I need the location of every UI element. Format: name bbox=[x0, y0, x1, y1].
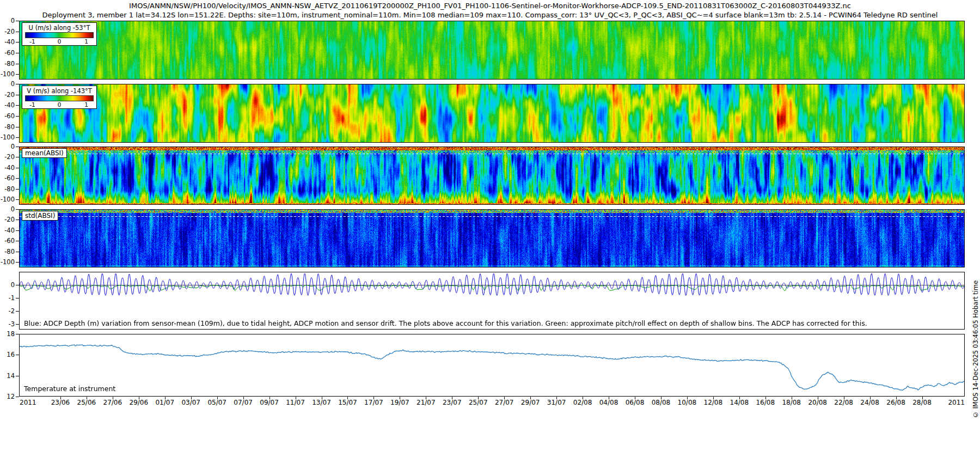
v-velocity-legend-label: V (m/s) along -143°T bbox=[25, 87, 94, 95]
u-velocity-colorbar-ticks: -101 bbox=[26, 38, 93, 45]
y-tick-label: -20 bbox=[0, 154, 15, 160]
v-velocity-heatmap bbox=[20, 84, 964, 142]
std-absi-heatmap bbox=[20, 210, 964, 267]
y-tick-label: -100 bbox=[0, 71, 15, 77]
y-tick-label: -20 bbox=[0, 92, 15, 98]
y-tick-label: -1 bbox=[0, 295, 15, 301]
y-tick-label: -60 bbox=[0, 175, 15, 181]
y-tick-label: -3 bbox=[0, 321, 15, 327]
y-tick-label: 0 bbox=[0, 143, 15, 150]
y-tick-label: -100 bbox=[0, 259, 15, 265]
y-tick-label: -40 bbox=[0, 102, 15, 108]
y-tick-label: -80 bbox=[0, 186, 15, 192]
figure-subtitle: Deployment 3, member 1 lat=34.12S lon=15… bbox=[0, 11, 980, 19]
figure: IMOS/ANMN/NSW/PH100/Velocity/IMOS_ANMN-N… bbox=[0, 0, 980, 463]
y-tick-label: -100 bbox=[0, 196, 15, 203]
y-tick-label: -60 bbox=[0, 237, 15, 244]
colorbar-tick-label: 0 bbox=[58, 38, 62, 45]
y-tick-label: -80 bbox=[0, 248, 15, 255]
y-tick-label: -100 bbox=[0, 134, 15, 141]
imos-watermark: © IMOS 14-Dec-2025 03:46:05 Hobart time bbox=[972, 249, 979, 418]
y-tick-label: 12 bbox=[0, 393, 15, 400]
mean-absi-heatmap bbox=[20, 147, 964, 204]
y-tick-label: -60 bbox=[0, 113, 15, 119]
u-velocity-colorbar bbox=[25, 32, 94, 38]
mean-absi-label: mean(ABSI) bbox=[22, 148, 67, 158]
x-tick-label: 28/08 bbox=[907, 399, 938, 406]
colorbar-tick-label: 1 bbox=[84, 101, 88, 108]
colorbar-tick-label: 1 bbox=[84, 38, 88, 45]
panel-u-velocity: U (m/s) along -53°T -101 bbox=[19, 21, 965, 80]
v-velocity-legend: V (m/s) along -143°T -101 bbox=[22, 86, 97, 109]
y-tick-label: -40 bbox=[0, 227, 15, 234]
y-tick-label: 0 bbox=[0, 81, 15, 87]
y-tick-label: -2 bbox=[0, 308, 15, 314]
y-tick-label: -80 bbox=[0, 60, 15, 67]
depth-variation-caption: Blue: ADCP Depth (m) variation from sens… bbox=[24, 319, 867, 327]
panel-std-absi: std(ABSI) bbox=[19, 209, 965, 267]
u-velocity-heatmap bbox=[20, 21, 964, 79]
colorbar-tick-label: -1 bbox=[29, 38, 35, 45]
y-tick-label: 16 bbox=[0, 351, 15, 358]
y-tick-label: 0 bbox=[0, 206, 15, 212]
v-velocity-colorbar-ticks: -101 bbox=[26, 101, 93, 108]
y-tick-label: -40 bbox=[0, 165, 15, 171]
y-tick-label: 14 bbox=[0, 373, 15, 379]
u-velocity-legend-label: U (m/s) along -53°T bbox=[25, 24, 94, 32]
colorbar-tick-label: 0 bbox=[58, 101, 62, 108]
y-tick-label: -20 bbox=[0, 28, 15, 35]
temperature-line-chart bbox=[20, 334, 964, 396]
panel-temperature: Temperature at instrument bbox=[19, 334, 965, 397]
y-tick-label: 0 bbox=[0, 282, 15, 288]
panel-depth-variation: Blue: ADCP Depth (m) variation from sens… bbox=[19, 272, 965, 330]
panel-mean-absi: mean(ABSI) bbox=[19, 147, 965, 205]
temperature-label: Temperature at instrument bbox=[24, 385, 115, 393]
y-tick-label: -80 bbox=[0, 124, 15, 130]
y-tick-label: -20 bbox=[0, 216, 15, 223]
std-absi-label: std(ABSI) bbox=[22, 211, 58, 221]
y-tick-label: -60 bbox=[0, 50, 15, 56]
y-tick-label: 0 bbox=[0, 17, 15, 24]
colorbar-tick-label: -1 bbox=[29, 101, 35, 108]
v-velocity-colorbar bbox=[25, 95, 94, 101]
y-tick-label: 18 bbox=[0, 331, 15, 337]
panel-v-velocity: V (m/s) along -143°T -101 bbox=[19, 84, 965, 143]
figure-title: IMOS/ANMN/NSW/PH100/Velocity/IMOS_ANMN-N… bbox=[0, 2, 980, 10]
u-velocity-legend: U (m/s) along -53°T -101 bbox=[22, 22, 97, 46]
y-tick-label: -40 bbox=[0, 39, 15, 45]
